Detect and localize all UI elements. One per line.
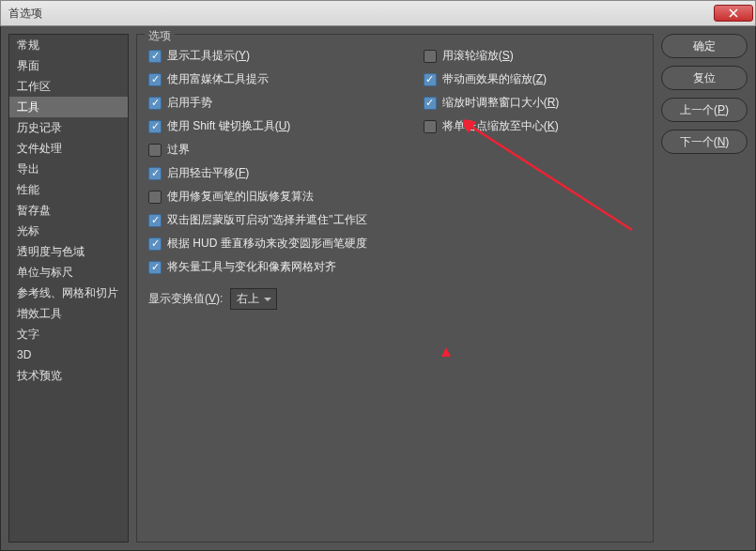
sidebar-item[interactable]: 常规 [9, 35, 128, 55]
transform-values-row: 显示变换值(V): 右上 [148, 288, 641, 310]
titlebar: 首选项 [0, 0, 756, 26]
option-checkbox[interactable] [424, 50, 437, 63]
option-checkbox[interactable] [148, 261, 162, 274]
option-label: 将矢量工具与变化和像素网格对齐 [167, 259, 336, 275]
option-row: 带动画效果的缩放(Z) [424, 71, 560, 87]
option-label: 将单击点缩放至中心(K) [442, 118, 559, 134]
sidebar-item[interactable]: 光标 [9, 221, 128, 241]
option-checkbox[interactable] [148, 144, 162, 157]
option-row: 显示工具提示(Y) [148, 48, 367, 64]
option-label: 用滚轮缩放(S) [442, 48, 514, 64]
sidebar-item[interactable]: 历史记录 [9, 117, 128, 138]
buttons-column: 确定 复位 上一个(P) 下一个(N) [661, 34, 748, 543]
option-row: 过界 [148, 142, 367, 158]
option-label: 过界 [167, 142, 190, 158]
reset-button[interactable]: 复位 [661, 66, 748, 90]
sidebar-item[interactable]: 单位与标尺 [9, 262, 128, 283]
sidebar-item[interactable]: 技术预览 [9, 365, 128, 386]
sidebar: 常规界面工作区工具历史记录文件处理导出性能暂存盘光标透明度与色域单位与标尺参考线… [8, 34, 129, 543]
options-right-column: 用滚轮缩放(S)带动画效果的缩放(Z)缩放时调整窗口大小(R)将单击点缩放至中心… [424, 48, 560, 275]
transform-label: 显示变换值(V): [148, 291, 223, 307]
option-label: 使用富媒体工具提示 [167, 71, 269, 87]
option-checkbox[interactable] [148, 120, 162, 133]
option-label: 双击图层蒙版可启动"选择并遮住"工作区 [167, 212, 367, 228]
option-row: 缩放时调整窗口大小(R) [424, 95, 560, 111]
sidebar-item[interactable]: 3D [9, 344, 128, 365]
window-title: 首选项 [8, 6, 42, 22]
option-checkbox[interactable] [148, 191, 162, 204]
option-row: 启用手势 [148, 95, 367, 111]
annotation-marker-icon [441, 347, 453, 359]
option-row: 双击图层蒙版可启动"选择并遮住"工作区 [148, 212, 367, 228]
option-label: 显示工具提示(Y) [167, 48, 250, 64]
option-label: 根据 HUD 垂直移动来改变圆形画笔硬度 [167, 236, 367, 252]
sidebar-item[interactable]: 暂存盘 [9, 200, 128, 221]
close-icon [729, 8, 738, 18]
option-checkbox[interactable] [424, 73, 437, 86]
option-checkbox[interactable] [424, 97, 437, 110]
option-label: 使用修复画笔的旧版修复算法 [167, 189, 314, 205]
option-row: 根据 HUD 垂直移动来改变圆形画笔硬度 [148, 236, 367, 252]
sidebar-item[interactable]: 工作区 [9, 76, 128, 97]
prev-button[interactable]: 上一个(P) [661, 98, 748, 122]
sidebar-item[interactable]: 工具 [9, 97, 128, 117]
option-row: 将矢量工具与变化和像素网格对齐 [148, 259, 367, 275]
sidebar-item[interactable]: 增效工具 [9, 303, 128, 324]
panel-title: 选项 [145, 28, 175, 44]
ok-button[interactable]: 确定 [661, 34, 748, 58]
option-label: 带动画效果的缩放(Z) [442, 71, 547, 87]
option-checkbox[interactable] [148, 50, 162, 63]
option-label: 缩放时调整窗口大小(R) [442, 95, 560, 111]
next-button[interactable]: 下一个(N) [661, 130, 748, 154]
option-label: 启用轻击平移(F) [167, 165, 249, 181]
option-row: 使用修复画笔的旧版修复算法 [148, 189, 367, 205]
sidebar-item[interactable]: 界面 [9, 55, 128, 76]
option-row: 启用轻击平移(F) [148, 165, 367, 181]
sidebar-item[interactable]: 导出 [9, 159, 128, 179]
option-row: 用滚轮缩放(S) [424, 48, 560, 64]
sidebar-item[interactable]: 透明度与色域 [9, 241, 128, 262]
close-button[interactable] [714, 5, 753, 22]
transform-values-dropdown[interactable]: 右上 [230, 288, 277, 310]
option-checkbox[interactable] [148, 237, 162, 251]
option-row: 使用富媒体工具提示 [148, 71, 367, 87]
option-row: 将单击点缩放至中心(K) [424, 118, 560, 134]
sidebar-item[interactable]: 文字 [9, 324, 128, 344]
sidebar-item[interactable]: 性能 [9, 179, 128, 200]
option-label: 使用 Shift 键切换工具(U) [167, 118, 290, 134]
sidebar-item[interactable]: 文件处理 [9, 138, 128, 159]
option-checkbox[interactable] [148, 167, 162, 180]
option-checkbox[interactable] [148, 214, 162, 227]
option-row: 使用 Shift 键切换工具(U) [148, 118, 367, 134]
sidebar-item[interactable]: 参考线、网格和切片 [9, 283, 128, 303]
option-checkbox[interactable] [148, 73, 162, 86]
option-checkbox[interactable] [424, 120, 437, 133]
options-left-column: 显示工具提示(Y)使用富媒体工具提示启用手势使用 Shift 键切换工具(U)过… [148, 48, 367, 275]
options-panel: 选项 显示工具提示(Y)使用富媒体工具提示启用手势使用 Shift 键切换工具(… [136, 34, 654, 543]
option-label: 启用手势 [167, 95, 212, 111]
option-checkbox[interactable] [148, 97, 162, 110]
